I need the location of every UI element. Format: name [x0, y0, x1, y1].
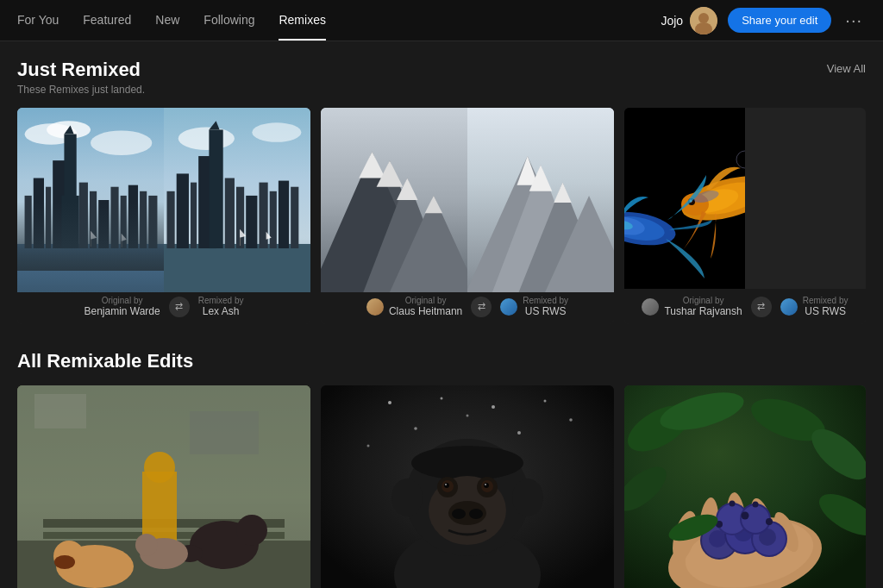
svg-point-122: [441, 397, 443, 399]
share-edit-button[interactable]: Share your edit: [728, 8, 831, 33]
remixed-image-skyline-right: [164, 108, 310, 292]
svg-rect-17: [98, 200, 109, 248]
svg-rect-37: [225, 178, 235, 249]
original-author-avatar-mountain: [366, 298, 384, 316]
svg-point-126: [517, 431, 521, 435]
remix-card-skyline[interactable]: Original by Benjamin Warde ⇄ Remixed by …: [17, 108, 310, 324]
remixed-author-avatar-fish: [780, 298, 798, 316]
main-content: Just Remixed These Remixes just landed. …: [0, 41, 883, 588]
svg-rect-16: [90, 191, 97, 248]
svg-rect-26: [122, 241, 122, 247]
svg-rect-39: [246, 196, 257, 248]
header: For You Featured New Following Remixes J…: [0, 0, 883, 41]
remixed-author-mountain: US RWS: [525, 305, 567, 317]
svg-point-109: [452, 509, 466, 519]
original-author-name: Benjamin Warde: [84, 305, 160, 317]
svg-point-106: [411, 446, 523, 480]
svg-rect-43: [291, 187, 298, 248]
svg-rect-88: [34, 394, 86, 428]
remixed-label: Remixed by: [198, 296, 244, 305]
user-name: Jojo: [661, 14, 683, 28]
original-author-mountain: Claus Heitmann: [389, 305, 462, 317]
original-image-mountain: [321, 108, 467, 292]
svg-point-121: [388, 401, 391, 404]
svg-rect-10: [46, 187, 51, 248]
svg-point-158: [742, 511, 749, 519]
svg-point-124: [544, 399, 547, 402]
edit-image-gorilla: [321, 385, 614, 588]
svg-rect-7: [17, 244, 164, 292]
svg-rect-14: [61, 196, 78, 248]
remixable-grid: Priyank Dubey ⇄ ♡: [17, 385, 866, 588]
edit-image-dogs: [17, 385, 310, 588]
just-remixed-title: Just Remixed: [17, 59, 145, 81]
all-remixable-section: All Remixable Edits: [17, 350, 866, 588]
remix-image-pair-fish: [624, 108, 866, 289]
svg-point-116: [484, 483, 489, 488]
edit-card-blueberries[interactable]: ⇄ ♡: [624, 385, 866, 588]
svg-point-117: [445, 484, 447, 485]
remix-button-skyline[interactable]: ⇄: [169, 297, 190, 317]
svg-rect-19: [121, 196, 127, 248]
remix-button-fish[interactable]: ⇄: [751, 297, 772, 317]
svg-point-6: [91, 131, 152, 156]
remix-card-fish[interactable]: Original by Tushar Rajvansh ⇄ Remixed by…: [624, 108, 866, 324]
just-remixed-title-block: Just Remixed These Remixes just landed.: [17, 59, 145, 96]
svg-rect-15: [79, 183, 88, 248]
original-author-fish: Tushar Rajvansh: [664, 305, 742, 317]
remix-card-footer-fish: Original by Tushar Rajvansh ⇄ Remixed by…: [624, 289, 866, 324]
tab-remixes[interactable]: Remixes: [279, 1, 325, 41]
original-image-skyline-left: [17, 108, 164, 292]
remix-card-footer-mountain: Original by Claus Heitmann ⇄ Remixed by …: [321, 289, 614, 324]
header-right: Jojo Share your edit ···: [661, 7, 866, 34]
svg-rect-30: [164, 244, 310, 292]
remixed-author-name: Lex Ash: [203, 305, 240, 317]
original-credit-fish: Original by Tushar Rajvansh: [664, 296, 742, 317]
view-all-link[interactable]: View All: [827, 59, 866, 75]
svg-rect-22: [148, 196, 157, 248]
svg-point-128: [569, 418, 573, 422]
more-options-button[interactable]: ···: [842, 7, 866, 34]
avatar[interactable]: [690, 7, 717, 34]
svg-point-123: [492, 405, 495, 409]
svg-rect-21: [140, 191, 147, 248]
remixed-label-fish: Remixed by: [803, 296, 849, 305]
svg-rect-41: [270, 191, 277, 248]
svg-rect-20: [128, 185, 138, 248]
svg-rect-8: [25, 196, 32, 248]
tab-featured[interactable]: Featured: [83, 1, 131, 41]
remix-button-mountain[interactable]: ⇄: [471, 297, 492, 317]
svg-point-161: [753, 501, 759, 507]
svg-point-159: [766, 518, 773, 525]
svg-rect-32: [177, 174, 189, 249]
svg-point-119: [391, 479, 423, 516]
tab-following[interactable]: Following: [204, 1, 254, 41]
remixed-credit: Remixed by Lex Ash: [198, 296, 244, 317]
svg-point-96: [236, 515, 267, 546]
original-credit-mountain: Original by Claus Heitmann: [389, 296, 462, 317]
edit-image-blueberries: [624, 385, 866, 588]
edit-card-dogs[interactable]: Priyank Dubey ⇄ ♡: [17, 385, 310, 588]
remixed-credit-fish: Remixed by US RWS: [803, 296, 849, 317]
svg-rect-42: [279, 181, 289, 248]
tab-for-you[interactable]: For You: [17, 1, 59, 41]
tab-new[interactable]: New: [155, 1, 179, 41]
all-remixable-title: All Remixable Edits: [17, 350, 193, 372]
just-remixed-grid: Original by Benjamin Warde ⇄ Remixed by …: [17, 108, 866, 324]
svg-point-100: [54, 555, 75, 569]
svg-rect-18: [110, 187, 118, 248]
svg-point-118: [485, 484, 486, 485]
svg-point-160: [730, 500, 736, 506]
remixed-label-mountain: Remixed by: [523, 296, 568, 305]
main-nav: For You Featured New Following Remixes: [17, 1, 326, 41]
edit-card-gorilla[interactable]: first last ⇄ 5 ♡: [321, 385, 614, 588]
remix-card-footer-skyline: Original by Benjamin Warde ⇄ Remixed by …: [17, 289, 310, 324]
svg-point-120: [512, 479, 543, 516]
svg-point-94: [144, 452, 175, 483]
just-remixed-subtitle: These Remixes just landed.: [17, 84, 145, 96]
svg-marker-25: [122, 234, 127, 241]
svg-point-1: [698, 13, 709, 23]
remixed-image-mountain: [467, 108, 614, 292]
svg-point-110: [469, 509, 483, 519]
remix-card-mountain[interactable]: Original by Claus Heitmann ⇄ Remixed by …: [321, 108, 614, 324]
